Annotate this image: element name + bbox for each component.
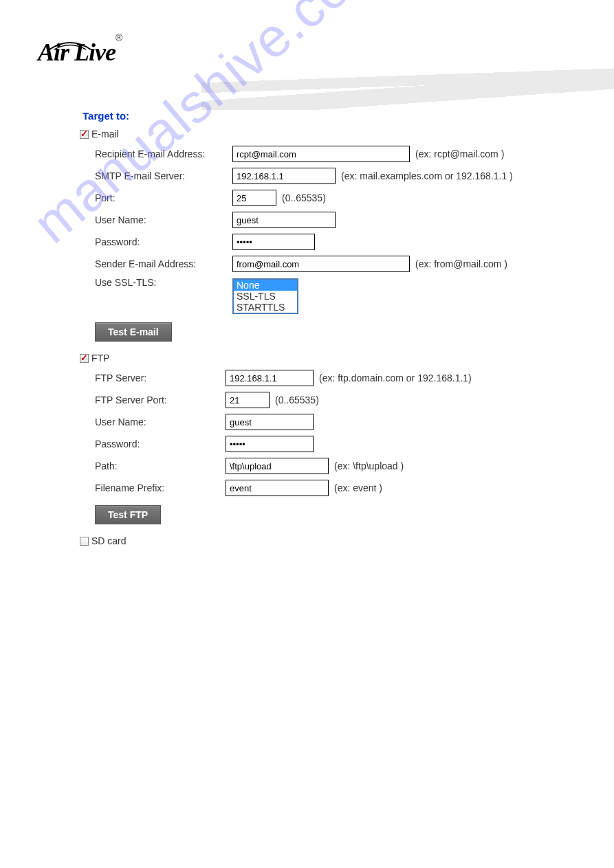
ftp-path-input[interactable] [226,458,329,474]
email-port-label: Port: [83,192,232,203]
ftp-server-hint: (ex: ftp.domain.com or 192.168.1.1) [319,372,472,383]
email-group-label: E-mail [91,129,119,140]
sdcard-group-toggle[interactable]: SD card [80,535,614,546]
ftp-pass-input[interactable] [226,436,314,452]
email-port-hint: (0..65535) [282,192,326,203]
ftp-port-hint: (0..65535) [275,394,319,405]
main-content: Target to: E-mail Recipient E-mail Addre… [0,89,614,546]
ftp-prefix-hint: (ex: event ) [334,482,382,493]
email-pass-input[interactable] [232,234,315,250]
email-pass-label: Password: [83,236,232,247]
email-port-input[interactable] [232,190,276,206]
ftp-path-hint: (ex: \ftp\upload ) [334,460,404,471]
section-title: Target to: [83,110,614,122]
email-user-label: User Name: [83,214,232,225]
ssl-option[interactable]: None [234,280,297,291]
ftp-pass-label: Password: [83,438,226,449]
ssl-label: Use SSL-TLS: [83,277,232,288]
ftp-port-label: FTP Server Port: [83,394,226,405]
header-swoosh [201,55,614,110]
sender-label: Sender E-mail Address: [83,258,232,269]
smtp-server-input[interactable] [232,168,336,184]
registered-icon: ® [116,32,122,43]
ftp-server-input[interactable] [226,370,314,386]
ftp-port-input[interactable] [226,392,270,408]
ftp-user-input[interactable] [226,414,314,430]
ftp-user-label: User Name: [83,416,226,427]
ssl-tls-select[interactable]: None SSL-TLS STARTTLS [232,278,298,314]
email-group-toggle[interactable]: E-mail [80,129,614,140]
recipient-hint: (ex: rcpt@mail.com ) [415,148,504,159]
recipient-label: Recipient E-mail Address: [83,148,232,159]
ssl-option[interactable]: SSL-TLS [234,291,297,302]
checkbox-icon [80,537,89,546]
test-ftp-button[interactable]: Test FTP [95,505,161,524]
recipient-email-input[interactable] [232,146,410,162]
sender-email-input[interactable] [232,256,410,272]
brand-logo: Air Live® [38,38,122,67]
ftp-prefix-input[interactable] [226,480,329,496]
ssl-option[interactable]: STARTTLS [234,302,297,313]
wave-icon [46,32,94,53]
ftp-server-label: FTP Server: [83,372,226,383]
ftp-group-toggle[interactable]: FTP [80,353,614,364]
ftp-group-label: FTP [91,353,109,364]
smtp-hint: (ex: mail.examples.com or 192.168.1.1 ) [341,170,513,181]
ftp-path-label: Path: [83,460,226,471]
sender-hint: (ex: from@mail.com ) [415,258,507,269]
smtp-label: SMTP E-mail Server: [83,170,232,181]
checkbox-icon [80,130,89,139]
checkbox-icon [80,354,89,363]
ftp-prefix-label: Filename Prefix: [83,482,226,493]
test-email-button[interactable]: Test E-mail [95,322,172,342]
page-header: Air Live® [0,0,614,89]
email-user-input[interactable] [232,212,336,228]
sdcard-group-label: SD card [91,535,127,546]
